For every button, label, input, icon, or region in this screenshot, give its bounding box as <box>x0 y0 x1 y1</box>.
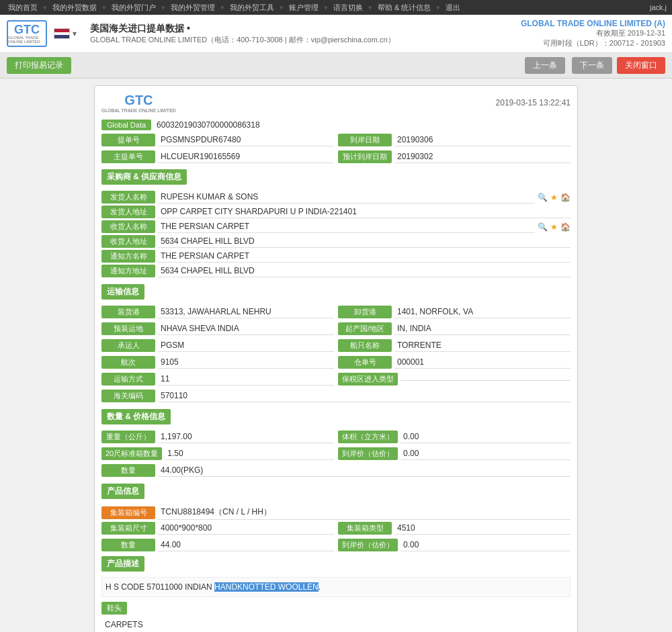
global-data-row: Global Data 60032019030700000086318 <box>101 120 571 130</box>
header-left: GTC GLOBAL TRADE ONLINE LIMITED ▾ 美国海关进口… <box>7 20 402 47</box>
manifest-field: 仓单号 000001 <box>338 356 571 369</box>
transport-title: 运输信息 <box>101 284 144 300</box>
record-header: GTC GLOBAL TRADE ONLINE LIMITED 2019-03-… <box>101 93 571 113</box>
volume-label: 体积（立方米） <box>338 431 398 443</box>
notify-name-label: 通知方名称 <box>101 250 155 263</box>
container-number-field: 集装箱编号 TCNU8818494（CN / L / HH） <box>101 505 571 520</box>
nav-home[interactable]: 我的首页 <box>5 3 40 13</box>
shoes-tag-label: 鞋头 <box>101 602 127 615</box>
manifest-value: 000001 <box>394 356 571 369</box>
transport-mode-row: 运输方式 11 保税区进入类型 <box>101 373 571 388</box>
global-data-value: 60032019030700000086318 <box>157 120 260 130</box>
nav-tools[interactable]: 我的外贸工具 <box>227 3 277 13</box>
port-row: 装货港 53313, JAWAHARLAL NEHRU 卸货港 1401, NO… <box>101 306 571 320</box>
nav-logout[interactable]: 退出 <box>443 3 463 13</box>
bill-number-label: 提单号 <box>101 134 155 146</box>
container-count-value: 1.50 <box>165 447 334 460</box>
notify-name-field: 通知方名称 THE PERSIAN CARPET <box>101 250 571 263</box>
consignee-address-value: 5634 CHAPEL HILL BLVD <box>158 235 571 248</box>
qty-label: 数量 <box>101 464 155 477</box>
transport-section: 运输信息 装货港 53313, JAWAHARLAL NEHRU 卸货港 140… <box>101 284 571 402</box>
cif-price-field: 到岸价（估价） 0.00 <box>338 447 571 460</box>
vessel-label: 船只名称 <box>338 339 392 352</box>
star-icon-shipper[interactable]: ★ <box>550 193 558 202</box>
nav-account[interactable]: 账户管理 <box>286 3 321 13</box>
notify-address-field: 通知方地址 5634 CHAPEL HILL BLVD <box>101 265 571 277</box>
home-icon-consignee[interactable]: 🏠 <box>560 222 571 232</box>
search-icon-consignee[interactable]: 🔍 <box>538 222 548 232</box>
qty-value: 44.00(PKG) <box>158 464 571 477</box>
container-price-row: 20尺标准箱数量 1.50 到岸价（估价） 0.00 <box>101 447 571 462</box>
product-section: 产品信息 集装箱编号 TCNU8818494（CN / L / HH） 集装箱尺… <box>101 484 571 631</box>
search-icon-shipper[interactable]: 🔍 <box>538 193 548 202</box>
est-arrival-field: 预计到岸日期 20190302 <box>338 150 571 163</box>
buyer-supplier-title: 采购商 & 供应商信息 <box>101 169 187 185</box>
product-qty-field: 数量 44.00 <box>101 539 334 551</box>
prev-button-top[interactable]: 上一条 <box>525 57 565 74</box>
preload-label: 预装运地 <box>101 322 155 335</box>
shipper-address-value: OPP CARPET CITY SHARDAPURI U P INDIA-221… <box>158 206 571 218</box>
load-port-label: 装货港 <box>101 306 155 318</box>
shipper-name-label: 发货人名称 <box>101 191 155 204</box>
ldr-range: 可用时段（LDR）：200712 - 201903 <box>521 38 665 48</box>
consignee-address-label: 收货人地址 <box>101 235 155 248</box>
flag-arrow: ▾ <box>73 29 77 38</box>
notify-address-label: 通知方地址 <box>101 265 155 277</box>
cif-price-label: 到岸价（估价） <box>338 447 398 460</box>
vessel-value: TORRENTE <box>394 339 571 352</box>
desc-highlight: HANDKNOTTED WOOLLEN <box>214 582 319 592</box>
master-bill-row: 主提单号 HLCUEUR190165569 预计到岸日期 20190302 <box>101 150 571 165</box>
carpets-value: CARPETS <box>101 618 571 631</box>
page-subtitle: GLOBAL TRADE ONLINE LIMITED（电话：400-710-3… <box>90 35 395 45</box>
preload-field: 预装运地 NHAVA SHEVA INDIA <box>101 322 334 335</box>
container-count-label: 20尺标准箱数量 <box>101 447 162 460</box>
next-button-top[interactable]: 下一条 <box>572 57 612 74</box>
top-navigation: 我的首页 ▾ 我的外贸数据 ▾ 我的外贸门户 ▾ 我的外贸管理 ▾ 我的外贸工具… <box>0 0 672 15</box>
record-logo-gtc: GTC <box>124 93 153 108</box>
star-icon-consignee[interactable]: ★ <box>550 222 558 232</box>
carrier-row: 承运人 PGSM 船只名称 TORRENTE <box>101 339 571 354</box>
carrier-value: PGSM <box>158 339 334 352</box>
shipper-address-label: 发货人地址 <box>101 206 155 218</box>
volume-value: 0.00 <box>401 431 571 443</box>
brand-name: GLOBAL TRADE ONLINE LIMITED (A) <box>521 19 665 28</box>
nav-language[interactable]: 语言切换 <box>331 3 366 13</box>
origin-row: 预装运地 NHAVA SHEVA INDIA 起产国/地区 IN, INDIA <box>101 322 571 337</box>
nav-portal[interactable]: 我的外贸门户 <box>109 3 159 13</box>
product-qty-value: 44.00 <box>158 539 334 551</box>
product-price-label: 到岸价（估价） <box>338 539 398 551</box>
weight-value: 1,197.00 <box>158 431 334 443</box>
container-type-value: 4510 <box>394 522 571 535</box>
bonded-label: 保税区进入类型 <box>338 373 398 386</box>
nav-data[interactable]: 我的外贸数据 <box>50 3 99 13</box>
notify-name-value: THE PERSIAN CARPET <box>158 250 571 263</box>
discharge-port-field: 卸货港 1401, NORFOLK, VA <box>338 306 571 318</box>
nav-manage[interactable]: 我的外贸管理 <box>168 3 218 13</box>
bill-row: 提单号 PGSMNSPDUR67480 到岸日期 20190306 <box>101 134 571 148</box>
weight-label: 重量（公斤） <box>101 431 155 443</box>
product-price-field: 到岸价（估价） 0.00 <box>338 539 571 551</box>
print-button-top[interactable]: 打印报易记录 <box>7 57 71 74</box>
origin-country-value: IN, INDIA <box>394 322 571 335</box>
top-toolbar: 打印报易记录 上一条 下一条 关闭窗口 <box>0 53 672 79</box>
arrival-date-label: 到岸日期 <box>338 134 392 146</box>
product-qty-price-row: 数量 44.00 到岸价（估价） 0.00 <box>101 539 571 553</box>
consignee-name-field: 收货人名称 THE PERSIAN CARPET 🔍 ★ 🏠 <box>101 220 571 233</box>
discharge-port-label: 卸货港 <box>338 306 392 318</box>
record-logo: GTC GLOBAL TRADE ONLINE LIMITED <box>101 93 176 113</box>
voyage-label: 航次 <box>101 356 155 369</box>
nav-help[interactable]: 帮助 & 统计信息 <box>375 3 433 13</box>
voyage-field: 航次 9105 <box>101 356 334 369</box>
desc-suffix: . <box>319 582 321 592</box>
header-center: 美国海关进口提单数据 • GLOBAL TRADE ONLINE LIMITED… <box>83 23 402 45</box>
customs-code-field: 海关编码 570110 <box>101 390 571 402</box>
volume-field: 体积（立方米） 0.00 <box>338 431 571 443</box>
load-port-value: 53313, JAWAHARLAL NEHRU <box>158 306 334 318</box>
bonded-value <box>401 377 571 381</box>
arrival-date-value: 20190306 <box>394 134 571 146</box>
logo-subtitle: GLOBAL TRADE ONLINE LIMITED <box>8 36 46 44</box>
home-icon-shipper[interactable]: 🏠 <box>560 193 571 202</box>
close-button-top[interactable]: 关闭窗口 <box>617 57 665 74</box>
container-count-field: 20尺标准箱数量 1.50 <box>101 447 334 460</box>
consignee-icons: 🔍 ★ 🏠 <box>538 222 571 232</box>
